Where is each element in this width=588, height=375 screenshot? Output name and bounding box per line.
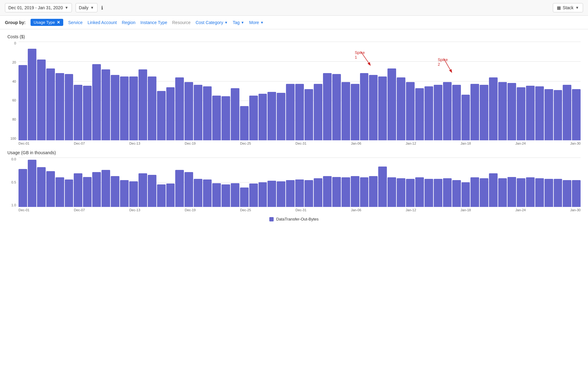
usage-x-label-10: Jan-30 [570, 208, 581, 212]
usage-bar-55 [526, 177, 535, 207]
usage-bar-54 [517, 178, 525, 207]
stack-label: Stack [563, 5, 574, 10]
date-range-text: Dec 01, 2019 - Jan 31, 2020 [8, 5, 63, 10]
costs-x-label-2: Dec-13 [129, 142, 140, 145]
group-link-tag[interactable]: Tag ▼ [233, 20, 244, 25]
usage-bar-6 [74, 173, 82, 207]
usage-bar-0 [19, 169, 27, 207]
usage-bar-59 [563, 180, 571, 207]
usage-bar-1 [28, 160, 36, 207]
cost-bar-55 [526, 86, 535, 140]
cost-bar-41 [397, 77, 405, 140]
costs-chart-inner: Spike 1 Spike 2 [19, 42, 581, 140]
cost-bar-27 [267, 92, 276, 140]
cost-bar-24 [240, 106, 249, 140]
costs-x-axis: Dec-01Dec-07Dec-13Dec-19Dec-25Dec-31Jan-… [7, 142, 581, 145]
costs-x-label-7: Jan-12 [406, 142, 416, 145]
usage-bar-38 [369, 176, 378, 207]
costs-x-label-4: Dec-25 [240, 142, 251, 145]
costs-chart-section: Costs ($) 100 80 60 40 20 0 [7, 34, 581, 145]
group-link-resource[interactable]: Resource [172, 20, 191, 25]
usage-bar-11 [120, 180, 129, 207]
active-filter-close[interactable]: ✕ [57, 20, 60, 25]
usage-x-axis: Dec-01Dec-07Dec-13Dec-19Dec-25Dec-31Jan-… [7, 208, 581, 212]
cost-bar-30 [295, 84, 304, 140]
costs-y-tick-100: 100 [10, 137, 16, 140]
group-link-linked-account[interactable]: Linked Account [88, 20, 117, 25]
usage-bar-52 [498, 178, 507, 207]
usage-x-label-1: Dec-07 [74, 208, 85, 212]
usage-bar-44 [424, 179, 433, 207]
usage-bar-13 [139, 173, 147, 207]
cost-bar-34 [332, 74, 341, 140]
more-label: More [249, 20, 259, 25]
group-link-service[interactable]: Service [68, 20, 83, 25]
group-link-instance-type[interactable]: Instance Type [140, 20, 167, 25]
usage-bar-18 [184, 172, 193, 207]
date-range-selector[interactable]: Dec 01, 2019 - Jan 31, 2020 ▼ [5, 3, 72, 12]
costs-x-label-0: Dec-01 [19, 142, 29, 145]
costs-bars-container [19, 42, 581, 140]
group-by-label: Group by: [5, 20, 26, 25]
stack-chart-icon: ▦ [557, 5, 561, 10]
usage-y-axis: 1.0 0.5 0.0 [7, 158, 19, 207]
cost-bar-15 [157, 91, 166, 140]
cost-bar-7 [83, 86, 92, 140]
cost-bar-47 [452, 85, 461, 140]
usage-bar-7 [83, 177, 92, 207]
legend-label: DataTransfer-Out-Bytes [276, 217, 319, 221]
cost-bar-48 [462, 95, 470, 140]
usage-chart-section: Usage (GB in thousands) 1.0 0.5 0.0 Dec-… [7, 150, 581, 212]
usage-x-label-5: Dec-31 [296, 208, 306, 212]
usage-bar-29 [286, 180, 295, 207]
charts-area: Costs ($) 100 80 60 40 20 0 [0, 29, 588, 229]
costs-y-tick-40: 40 [12, 80, 16, 83]
stack-button[interactable]: ▦ Stack ▼ [553, 3, 583, 12]
usage-bar-4 [56, 177, 64, 207]
info-icon[interactable]: ℹ [101, 5, 103, 11]
usage-x-label-3: Dec-19 [185, 208, 196, 212]
costs-x-label-8: Jan-18 [461, 142, 471, 145]
costs-y-tick-20: 20 [12, 61, 16, 64]
group-link-more[interactable]: More ▼ [249, 20, 264, 25]
costs-y-tick-80: 80 [12, 118, 16, 121]
date-range-arrow: ▼ [65, 6, 68, 10]
cost-bar-54 [517, 87, 525, 140]
cost-bar-18 [184, 82, 193, 140]
usage-bar-24 [240, 188, 249, 207]
cost-bar-22 [222, 96, 230, 140]
costs-x-label-3: Dec-19 [185, 142, 196, 145]
usage-bar-37 [360, 177, 369, 207]
usage-bar-12 [129, 181, 138, 207]
cost-bar-36 [351, 84, 359, 140]
granularity-selector[interactable]: Daily ▼ [76, 3, 97, 12]
cost-bar-44 [424, 86, 433, 140]
group-link-region[interactable]: Region [122, 20, 135, 25]
usage-x-label-2: Dec-13 [129, 208, 140, 212]
granularity-text: Daily [79, 5, 89, 10]
cost-bar-58 [554, 90, 562, 140]
usage-chart-title: Usage (GB in thousands) [7, 150, 581, 155]
cost-bar-4 [56, 73, 64, 140]
usage-y-tick-05: 0.5 [11, 181, 16, 184]
cost-bar-45 [434, 85, 442, 140]
cost-bar-56 [535, 86, 544, 140]
usage-bar-43 [415, 177, 424, 207]
usage-x-label-0: Dec-01 [19, 208, 29, 212]
active-filter-tag[interactable]: Usage Type ✕ [31, 19, 63, 26]
cost-bar-2 [37, 60, 46, 140]
cost-bar-13 [139, 69, 147, 140]
usage-bar-27 [267, 181, 276, 207]
usage-bar-8 [92, 172, 101, 207]
cost-bar-20 [203, 86, 212, 140]
cost-category-label: Cost Category [196, 20, 223, 25]
group-link-cost-category[interactable]: Cost Category ▼ [196, 20, 228, 25]
cost-bar-60 [572, 89, 581, 140]
cost-bar-43 [415, 88, 424, 140]
cost-bar-8 [92, 64, 101, 140]
cost-bar-46 [443, 82, 452, 140]
granularity-arrow: ▼ [90, 6, 94, 10]
usage-bar-56 [535, 178, 544, 207]
cost-bar-35 [342, 82, 350, 140]
cost-bar-29 [286, 84, 295, 140]
